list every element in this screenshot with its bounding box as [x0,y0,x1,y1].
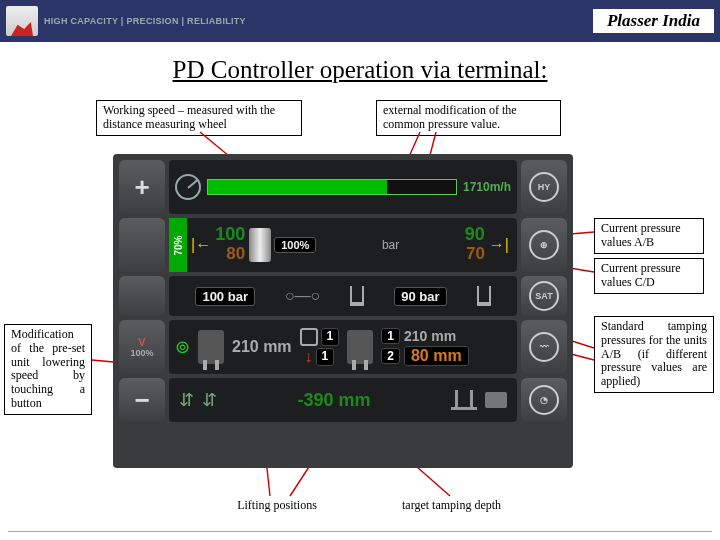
callout-pressure-cd: Current pressure values C/D [594,258,704,294]
arrow-left-icon: |← [191,236,211,254]
row-speed: + 1710m/h HY [119,160,567,214]
callout-working-speed: Working speed – measured with the distan… [96,100,302,136]
pressure-a: 100 [215,226,245,243]
lift-icon-1: ⇵ [179,389,194,411]
part-icon: ◔ [529,385,559,415]
ring-icon-2: ⊕ [529,230,559,260]
tagline: HIGH CAPACITY | PRECISION | RELIABILITY [44,16,246,26]
bar-unit: bar [320,238,460,252]
lowering-pct: 100% [130,348,153,358]
row-lowering: V 100% ⊚ 210 mm 1 ↓1 1210 mm 280 mm 〰 [119,320,567,374]
rail-icon-a [350,286,364,306]
hy-button[interactable]: HY [521,160,567,214]
callout-std-tamp: Standard tamping pressures for the units… [594,316,714,393]
depth-panel: ⇵ ⇵ -390 mm [169,378,517,422]
pct-vertical-bar: 70% [169,218,187,272]
ring-button-4[interactable]: 〰 [521,320,567,374]
speed-value: 1710m/h [463,180,511,194]
tamp-unit-icon-l [198,330,224,364]
pressure-d: 70 [466,244,485,264]
lowering-panel: ⊚ 210 mm 1 ↓1 1210 mm 280 mm [169,320,517,374]
speed-panel: 1710m/h [169,160,517,214]
mm-1: 210 mm [232,338,292,356]
terminal-screen: + 1710m/h HY 70% |← 100 80 100% bar 90 7… [113,154,573,468]
ring-button-5[interactable]: ◔ [521,378,567,422]
tamp-unit-icon-r [347,330,373,364]
speed-mode-button[interactable]: V 100% [119,320,165,374]
link-icon: ○—○ [285,287,320,305]
mm-2: 210 mm [404,328,456,344]
ring-button-2[interactable]: ⊕ [521,218,567,272]
fill-pct: 100% [274,237,316,253]
row-pressure: 70% |← 100 80 100% bar 90 70 →| ⊕ [119,218,567,272]
footer-divider [8,531,712,532]
callout-mod-preset: Modification of the pre-set unit lowerin… [4,324,92,415]
track-icon [451,390,477,410]
arrow-right-icon: →| [489,236,509,254]
callout-pressure-ab: Current pressure values A/B [594,218,704,254]
n1b: 1 [316,348,335,366]
small-icon-a [300,328,318,346]
logo-icon [6,6,38,36]
app-header: HIGH CAPACITY | PRECISION | RELIABILITY … [0,0,720,42]
callout-lifting: Lifting positions [224,496,330,516]
hy-ring-icon: HY [529,172,559,202]
chip-icon [485,392,507,408]
lift-icon-2: ⇵ [202,389,217,411]
speed-bar [207,179,457,195]
wave-icon: 〰 [529,332,559,362]
plus-button[interactable]: + [119,160,165,214]
target-depth-value: -390 mm [225,390,443,411]
v-icon: V [138,336,145,348]
cylinder-icon [249,228,271,262]
brand-label: Plasser India [593,9,714,33]
sat-button[interactable]: SAT [521,276,567,316]
bar-set-panel: 100 bar ○—○ 90 bar [169,276,517,316]
pressure-panel: 70% |← 100 80 100% bar 90 70 →| [169,218,517,272]
callout-target-depth: target tamping depth [396,496,536,516]
header-left: HIGH CAPACITY | PRECISION | RELIABILITY [6,6,246,36]
n1-r: 1 [381,328,400,344]
pressure-c: 90 [465,226,485,243]
sat-ring-icon: SAT [529,281,559,311]
n1: 1 [321,328,340,346]
rail-icon-b [477,286,491,306]
page-title: PD Controller operation via terminal: [0,56,720,84]
pressure-b: 80 [226,244,245,264]
callout-external-mod: external modification of the common pres… [376,100,561,136]
pct-vertical-label: 70% [173,235,184,255]
gauge-icon [175,174,201,200]
n2: 2 [381,348,400,364]
row-bar-set: 100 bar ○—○ 90 bar SAT [119,276,567,316]
bar-right: 90 bar [394,287,446,306]
spacer-button-1[interactable] [119,218,165,272]
spacer-button-2[interactable] [119,276,165,316]
pulse-icon: ⊚ [175,336,190,358]
minus-button[interactable]: − [119,378,165,422]
mm-3: 80 mm [404,346,469,366]
bar-left: 100 bar [195,287,255,306]
down-arrow-icon: ↓ [305,348,313,366]
row-depth: − ⇵ ⇵ -390 mm ◔ [119,378,567,422]
